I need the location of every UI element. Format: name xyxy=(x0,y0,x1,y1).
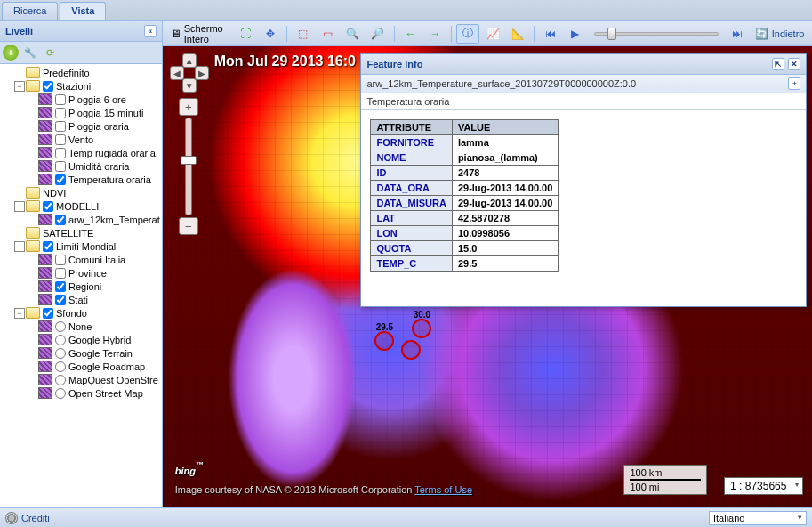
zoom-extent-button[interactable]: ⛶ xyxy=(234,24,257,44)
popup-header[interactable]: Feature Info ⇱ ✕ xyxy=(361,54,806,75)
tree-node[interactable]: None xyxy=(0,320,162,333)
tree-checkbox[interactable] xyxy=(55,121,66,132)
settings-button[interactable]: 🔧 xyxy=(22,45,38,61)
tab-vista[interactable]: Vista xyxy=(60,2,106,20)
slider-thumb[interactable] xyxy=(607,28,616,40)
tree-node[interactable]: −Stazioni xyxy=(0,79,162,93)
popup-close-button[interactable]: ✕ xyxy=(788,58,800,70)
tree-node[interactable]: Google Hybrid xyxy=(0,333,162,346)
tree-node[interactable]: Pioggia 6 ore xyxy=(0,93,162,106)
tree-checkbox[interactable] xyxy=(43,308,53,319)
tree-node[interactable]: Vento xyxy=(0,133,162,146)
tree-node[interactable]: Temperatura oraria xyxy=(0,173,162,186)
popup-expand-button[interactable]: + xyxy=(788,77,800,90)
pan-north-button[interactable]: ▲ xyxy=(182,53,197,68)
tree-node[interactable]: NDVI xyxy=(0,186,162,199)
map-feature-point[interactable] xyxy=(401,340,421,360)
indietro-button[interactable]: 🔄 Indietro xyxy=(751,24,809,44)
tree-node[interactable]: Province xyxy=(0,266,162,280)
tree-toggle[interactable]: − xyxy=(14,308,25,319)
terms-link[interactable]: Terms of Use xyxy=(414,484,472,495)
zoom-plus-button[interactable]: + xyxy=(179,98,198,116)
zoom-minus-button[interactable]: − xyxy=(179,217,198,235)
language-select[interactable]: Italiano xyxy=(709,511,807,525)
tree-node[interactable]: arw_12km_Temperat xyxy=(0,213,162,226)
tree-node[interactable]: Google Terrain xyxy=(0,346,162,360)
layer-icon xyxy=(38,374,52,385)
tree-checkbox[interactable] xyxy=(55,94,66,105)
tree-toggle[interactable]: − xyxy=(14,201,25,212)
tree-node[interactable]: Umidità oraria xyxy=(0,159,162,173)
scale-ratio-select[interactable]: 1 : 8735665 xyxy=(724,477,803,495)
tree-radio[interactable] xyxy=(55,388,66,399)
zoom-track[interactable] xyxy=(185,118,192,215)
zoom-out-button[interactable]: 🔎 xyxy=(366,24,390,44)
tree-node[interactable]: Pioggia oraria xyxy=(0,119,162,133)
tree-radio[interactable] xyxy=(55,321,66,332)
tree-checkbox[interactable] xyxy=(55,255,66,265)
tree-node[interactable]: Open Street Map xyxy=(0,386,162,400)
tree-checkbox[interactable] xyxy=(55,215,66,225)
pan-button[interactable]: ✥ xyxy=(259,24,282,44)
tree-node[interactable]: Stati xyxy=(0,293,162,306)
zoom-in-box-button[interactable]: ⬚ xyxy=(292,24,315,44)
next-extent-button[interactable]: → xyxy=(423,24,446,44)
tree-node[interactable]: SATELLITE xyxy=(0,226,162,239)
zoom-in-button[interactable]: 🔍 xyxy=(342,24,365,44)
pan-west-button[interactable]: ◀ xyxy=(170,66,184,80)
tree-node[interactable]: Google Roadmap xyxy=(0,360,162,373)
layer-tree[interactable]: Predefinito−StazioniPioggia 6 orePioggia… xyxy=(0,64,162,507)
time-next-button[interactable]: ⏭ xyxy=(726,24,749,44)
pan-south-button[interactable]: ▼ xyxy=(182,78,197,93)
tree-node[interactable]: Predefinito xyxy=(0,66,162,79)
tree-checkbox[interactable] xyxy=(55,108,66,118)
fullscreen-button[interactable]: 🖥 Schermo Intero xyxy=(166,21,232,47)
tree-checkbox[interactable] xyxy=(55,295,66,305)
zoom-handle[interactable] xyxy=(181,156,197,165)
credits-button[interactable]: Crediti xyxy=(5,512,50,524)
zoom-out-box-button[interactable]: ▭ xyxy=(317,24,340,44)
map-feature-point[interactable] xyxy=(374,331,394,351)
reload-icon: 🔄 xyxy=(755,27,769,41)
tree-radio[interactable] xyxy=(55,361,66,372)
info-button[interactable]: ⓘ xyxy=(456,24,479,44)
tree-checkbox[interactable] xyxy=(55,174,66,185)
tree-radio[interactable] xyxy=(55,335,66,345)
tree-node[interactable]: −MODELLI xyxy=(0,199,162,213)
tree-checkbox[interactable] xyxy=(43,241,53,252)
tree-node[interactable]: Pioggia 15 minuti xyxy=(0,106,162,119)
prev-extent-button[interactable]: ← xyxy=(398,24,422,44)
add-layer-button[interactable]: + xyxy=(3,45,19,61)
tree-checkbox[interactable] xyxy=(43,201,53,212)
tree-node[interactable]: MapQuest OpenStre xyxy=(0,373,162,386)
tree-radio[interactable] xyxy=(55,348,66,359)
tree-node[interactable]: Regioni xyxy=(0,280,162,293)
tree-node[interactable]: −Sfondo xyxy=(0,306,162,320)
tree-node[interactable]: −Limiti Mondiali xyxy=(0,239,162,253)
tree-toggle[interactable]: − xyxy=(14,81,25,92)
tree-node[interactable]: Temp rugiada oraria xyxy=(0,146,162,159)
tree-checkbox[interactable] xyxy=(55,161,66,172)
popup-layer-row[interactable]: arw_12km_Temperature_surface_20130729T00… xyxy=(361,75,806,93)
measure-button[interactable]: 📐 xyxy=(506,24,529,44)
tree-radio[interactable] xyxy=(55,375,66,385)
chart-button[interactable]: 📈 xyxy=(481,24,504,44)
time-slider[interactable] xyxy=(594,32,719,36)
tree-checkbox[interactable] xyxy=(55,281,66,292)
collapse-sidebar-button[interactable]: « xyxy=(144,25,157,37)
tree-checkbox[interactable] xyxy=(55,268,66,279)
tree-checkbox[interactable] xyxy=(55,148,66,158)
map-viewport[interactable]: Mon Jul 29 2013 16:0 ▲ ▼ ◀ ▶ + − 30.029.… xyxy=(163,46,812,507)
popup-unpin-button[interactable]: ⇱ xyxy=(772,58,784,70)
map-feature-point[interactable] xyxy=(412,319,431,338)
layer-icon xyxy=(38,294,52,305)
tree-checkbox[interactable] xyxy=(55,134,66,145)
refresh-button[interactable]: ⟳ xyxy=(42,45,58,61)
pan-east-button[interactable]: ▶ xyxy=(195,66,209,80)
tree-toggle[interactable]: − xyxy=(14,241,25,252)
tree-checkbox[interactable] xyxy=(43,81,53,92)
time-play-button[interactable]: ▶ xyxy=(564,24,587,44)
tab-ricerca[interactable]: Ricerca xyxy=(2,2,58,20)
time-prev-button[interactable]: ⏮ xyxy=(539,24,562,44)
tree-node[interactable]: Comuni Italia xyxy=(0,253,162,266)
